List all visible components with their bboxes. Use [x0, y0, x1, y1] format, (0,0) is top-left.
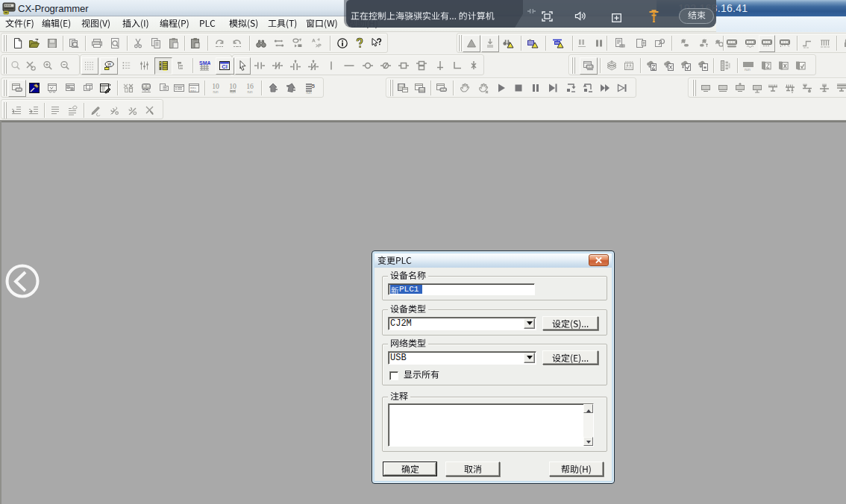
svg-text:W: W — [107, 62, 111, 66]
svg-text:CI: CI — [222, 63, 227, 70]
svg-text:5: 5 — [311, 83, 315, 89]
svg-text:002: 002 — [190, 89, 196, 92]
svg-text:SMA: SMA — [199, 60, 210, 66]
svg-text:run: run — [306, 90, 311, 94]
svg-text:run: run — [213, 89, 218, 94]
svg-text:run: run — [230, 89, 235, 94]
svg-text:10: 10 — [229, 82, 236, 90]
svg-text:run: run — [745, 67, 751, 72]
svg-text:run: run — [247, 89, 252, 94]
